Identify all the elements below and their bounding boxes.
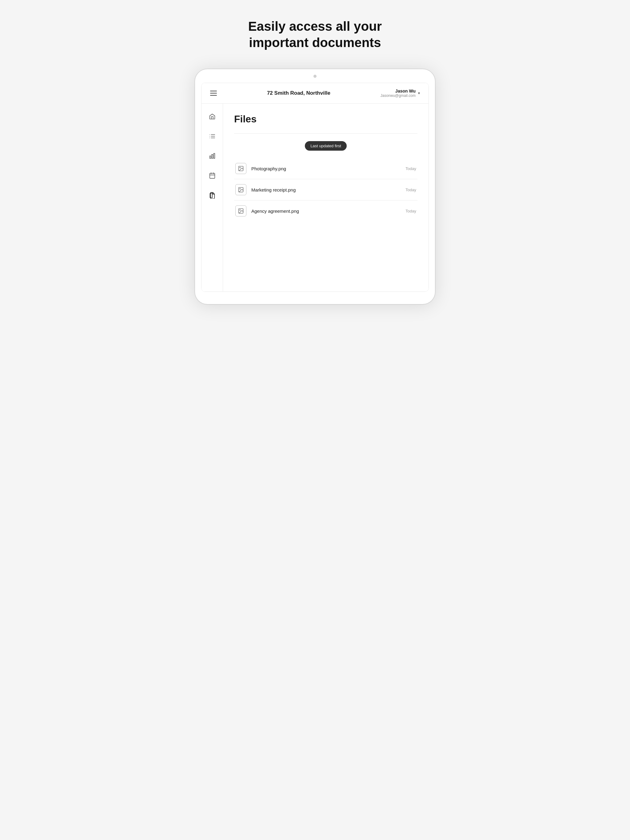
- main-content: Files Last updated first: [223, 104, 429, 292]
- property-address: 72 Smith Road, Northville: [267, 90, 330, 96]
- tablet-frame: 72 Smith Road, Northville Jason Wu Jason…: [195, 69, 435, 304]
- sort-badge-wrapper: Last updated first: [234, 141, 418, 151]
- file-name: Photography.png: [251, 166, 286, 171]
- file-item[interactable]: Agency agreement.png Today: [234, 201, 418, 221]
- user-name: Jason Wu: [380, 88, 416, 93]
- hero-title: Easily access all your important documen…: [248, 19, 382, 51]
- page-title: Files: [234, 114, 418, 125]
- menu-button[interactable]: [210, 91, 217, 96]
- sort-badge[interactable]: Last updated first: [305, 141, 347, 151]
- app-header: 72 Smith Road, Northville Jason Wu Jason…: [201, 83, 429, 104]
- file-item[interactable]: Photography.png Today: [234, 158, 418, 179]
- user-email: Jasonwu@gmail.com: [380, 93, 416, 98]
- file-icon: [235, 163, 246, 174]
- file-icon: [235, 205, 246, 216]
- section-divider: [234, 133, 418, 134]
- svg-rect-8: [214, 153, 215, 159]
- user-menu[interactable]: Jason Wu Jasonwu@gmail.com ▾: [380, 88, 420, 98]
- file-date: Today: [405, 209, 416, 213]
- file-list: Photography.png Today: [234, 158, 418, 221]
- sidebar-item-files[interactable]: [207, 190, 218, 201]
- file-name: Marketing receipt.png: [251, 187, 296, 193]
- sidebar-item-chart[interactable]: [207, 150, 218, 161]
- svg-point-19: [240, 210, 241, 211]
- file-date: Today: [405, 166, 416, 171]
- file-icon: [235, 184, 246, 195]
- svg-point-17: [240, 188, 241, 189]
- sidebar: [201, 104, 223, 292]
- sidebar-item-list[interactable]: [207, 131, 218, 142]
- svg-rect-6: [209, 156, 211, 158]
- file-date: Today: [405, 188, 416, 192]
- file-name: Agency agreement.png: [251, 208, 299, 214]
- chevron-down-icon: ▾: [418, 91, 420, 95]
- svg-rect-7: [212, 154, 213, 158]
- svg-point-15: [240, 167, 241, 168]
- sidebar-item-calendar[interactable]: [207, 170, 218, 181]
- file-item[interactable]: Marketing receipt.png Today: [234, 179, 418, 201]
- app-shell: 72 Smith Road, Northville Jason Wu Jason…: [201, 83, 429, 292]
- sidebar-item-home[interactable]: [207, 111, 218, 122]
- svg-rect-9: [209, 174, 215, 178]
- app-body: Files Last updated first: [201, 104, 429, 292]
- camera-dot: [313, 75, 317, 78]
